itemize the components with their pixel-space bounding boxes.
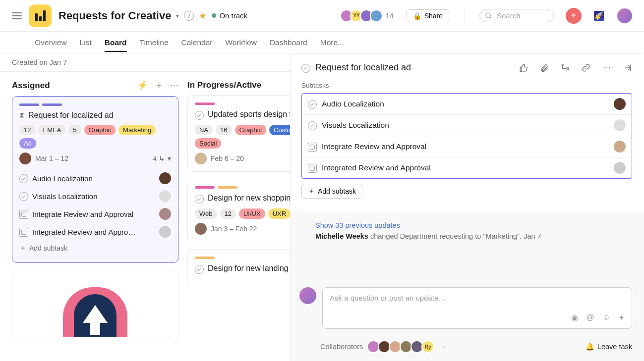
subtask-row[interactable]: Integrate Review and Approval [19, 205, 171, 223]
subtask-title: Audio Localization [322, 100, 384, 108]
subtask-icon[interactable] [561, 63, 570, 72]
status-chip[interactable]: On track [212, 11, 247, 20]
approval-icon[interactable] [19, 210, 28, 219]
tab-more[interactable]: More... [320, 33, 344, 52]
activity-entry: Michelle Weeks changed Department reques… [315, 232, 632, 240]
add-collaborator-icon[interactable]: ＋ [440, 342, 448, 352]
star-reaction-icon[interactable]: ✦ [618, 313, 625, 322]
tab-workflow[interactable]: Workflow [225, 33, 256, 52]
tab-bar: Overview List Board Timeline Calendar Wo… [0, 32, 644, 53]
subtask-count[interactable]: 4 ▾ [153, 155, 171, 162]
add-subtask-inline[interactable]: ＋ Add subtask [19, 241, 171, 256]
tag[interactable]: 12 [220, 208, 236, 219]
check-circle-icon[interactable] [308, 121, 317, 130]
comment-composer-row: Ask a question or post an update… ◉ @ ☺ … [291, 280, 644, 333]
subtask-item[interactable]: Integrate Review and Approval [302, 136, 632, 157]
column-assigned: Assigned ⚡ ＋ ⋯ ⧗ Request for localized a… [12, 80, 178, 359]
attachment-icon[interactable] [540, 63, 549, 72]
add-subtask-button[interactable]: ＋ Add subtask [301, 184, 362, 199]
tag[interactable]: 12 [19, 125, 35, 135]
record-icon[interactable]: ◉ [571, 313, 578, 322]
subtask-item[interactable]: Audio Localization [302, 94, 632, 114]
bell-icon: 🔔 [585, 343, 594, 351]
user-avatar[interactable] [617, 8, 632, 23]
mention-icon[interactable]: @ [586, 313, 594, 322]
check-circle-icon[interactable] [195, 111, 204, 120]
current-user-avatar [299, 287, 316, 304]
bolt-icon[interactable]: ⚡ [137, 80, 148, 91]
tag[interactable]: EMEA [38, 125, 65, 135]
tab-timeline[interactable]: Timeline [140, 33, 169, 52]
assignee-avatar[interactable] [195, 223, 207, 235]
subtask-row[interactable]: Integrated Review and Approval [19, 223, 171, 241]
info-icon[interactable]: i [184, 11, 194, 21]
tab-list[interactable]: List [80, 33, 92, 52]
tab-overview[interactable]: Overview [35, 33, 67, 52]
chevron-down-icon[interactable]: ▾ [176, 12, 179, 19]
title-group: Requests for Creative ▾ i ★ On track [59, 9, 247, 22]
subtask-row[interactable]: Audio Localization [19, 169, 171, 187]
tag[interactable]: 16 [216, 125, 232, 135]
check-circle-icon[interactable] [19, 174, 28, 183]
subtask-title: Integrate Review and Approval [322, 142, 426, 151]
task-card-localized-ad[interactable]: ⧗ Request for localized ad 12 EMEA 5 Gra… [12, 96, 178, 263]
search-placeholder: Search [497, 11, 521, 20]
assignee-avatar[interactable] [195, 153, 207, 164]
subtask-item[interactable]: Visuals Localization [302, 114, 632, 136]
more-icon[interactable]: ⋯ [602, 63, 611, 72]
tag[interactable]: Graphic [235, 125, 267, 135]
column-menu-icon[interactable]: ⋯ [170, 80, 178, 91]
column-title[interactable]: Assigned [12, 81, 50, 91]
tag[interactable]: 5 [68, 125, 81, 135]
approval-icon[interactable] [308, 164, 317, 173]
tab-dashboard[interactable]: Dashboard [270, 33, 307, 52]
comment-placeholder: Ask a question or post an update… [330, 294, 625, 302]
share-button[interactable]: 🔒 Share [407, 9, 449, 22]
tag[interactable]: Marketing [118, 125, 156, 135]
tag[interactable]: UXR [268, 208, 291, 219]
check-circle-icon[interactable] [19, 192, 28, 201]
show-previous-updates[interactable]: Show 33 previous updates [315, 221, 632, 229]
emoji-icon[interactable]: ☺ [602, 313, 610, 322]
assignee-avatar[interactable] [19, 153, 31, 164]
star-icon[interactable]: ★ [199, 10, 207, 21]
menu-icon[interactable] [12, 12, 22, 19]
tag[interactable]: UI/UX [239, 208, 265, 219]
tab-board[interactable]: Board [105, 33, 127, 52]
add-button[interactable]: + [566, 8, 582, 24]
comment-input[interactable]: Ask a question or post an update… ◉ @ ☺ … [322, 287, 632, 329]
tab-calendar[interactable]: Calendar [181, 33, 213, 52]
check-circle-icon[interactable] [195, 265, 204, 274]
svg-point-0 [486, 13, 490, 17]
subtask-item[interactable]: Integrated Review and Approval [302, 157, 632, 178]
approval-icon[interactable] [19, 228, 28, 237]
add-task-icon[interactable]: ＋ [155, 80, 163, 91]
column-title[interactable]: In Progress/Active [187, 80, 261, 90]
close-pane-icon[interactable] [623, 63, 632, 72]
tag[interactable]: Social [195, 138, 221, 149]
avatar: Ry [421, 340, 434, 353]
like-icon[interactable] [519, 63, 528, 72]
sparkle-icon[interactable]: 🌠 [593, 10, 604, 21]
tag[interactable]: Web [195, 208, 217, 219]
detail-task-title[interactable]: Request for localized ad [315, 62, 411, 73]
tag[interactable]: Graphic [84, 125, 116, 135]
check-circle-icon[interactable] [195, 195, 204, 204]
search-input[interactable]: Search [479, 9, 554, 22]
subtask-title: Audio Localization [32, 174, 93, 183]
member-avatars[interactable]: YY 14 [343, 9, 394, 22]
complete-task-icon[interactable] [301, 64, 310, 73]
link-icon[interactable] [582, 63, 590, 72]
collaborator-avatars[interactable]: Ry [369, 340, 434, 353]
subtask-title: Integrated Review and Approval [322, 163, 431, 172]
tag[interactable]: Ad [19, 138, 36, 149]
project-icon[interactable] [29, 4, 52, 27]
approval-icon[interactable] [308, 143, 317, 152]
status-dot-icon [212, 13, 216, 18]
project-title[interactable]: Requests for Creative [59, 9, 171, 22]
tag[interactable]: NA [195, 125, 213, 135]
subtask-row[interactable]: Visuals Localization [19, 187, 171, 205]
leave-task-button[interactable]: 🔔 Leave task [585, 343, 632, 351]
check-circle-icon[interactable] [308, 100, 317, 109]
task-card-image[interactable] [12, 270, 178, 344]
